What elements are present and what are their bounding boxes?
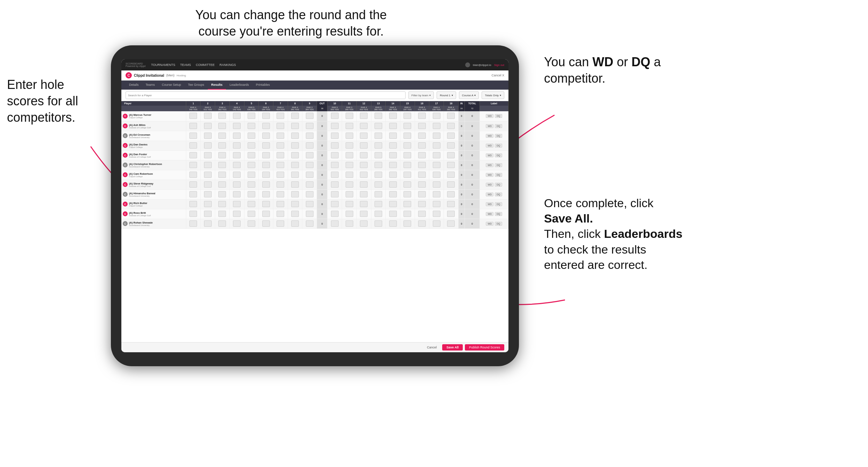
score-input-h8[interactable] bbox=[291, 162, 299, 168]
score-input-h4[interactable] bbox=[233, 142, 241, 149]
hole-18-cell[interactable] bbox=[444, 111, 458, 121]
hole-6-cell[interactable] bbox=[259, 170, 273, 180]
score-input-h16[interactable] bbox=[418, 152, 426, 158]
score-input-h18[interactable] bbox=[447, 152, 455, 158]
hole-6-cell[interactable] bbox=[259, 150, 273, 160]
score-input-h15[interactable] bbox=[403, 113, 411, 119]
score-input-h15[interactable] bbox=[403, 201, 411, 207]
hole-4-cell[interactable] bbox=[229, 219, 244, 228]
score-input-h8[interactable] bbox=[291, 152, 299, 158]
score-input-h7[interactable] bbox=[277, 133, 284, 139]
score-input-h7[interactable] bbox=[277, 162, 284, 168]
score-input-h6[interactable] bbox=[262, 162, 270, 168]
hole-5-cell[interactable] bbox=[244, 170, 259, 180]
score-input-h7[interactable] bbox=[277, 113, 284, 119]
score-input-h1[interactable] bbox=[189, 220, 197, 227]
hole-16-cell[interactable] bbox=[415, 209, 429, 219]
score-input-h9[interactable] bbox=[306, 152, 314, 158]
score-input-h18[interactable] bbox=[447, 142, 455, 149]
score-input-h12[interactable] bbox=[360, 152, 368, 158]
score-input-h12[interactable] bbox=[360, 133, 368, 139]
score-input-h9[interactable] bbox=[306, 133, 314, 139]
round-selector[interactable]: Round 1 ▾ bbox=[437, 91, 456, 99]
score-input-h2[interactable] bbox=[204, 123, 212, 129]
hole-15-cell[interactable] bbox=[400, 131, 415, 141]
score-input-h7[interactable] bbox=[277, 152, 284, 158]
dq-button[interactable]: DQ bbox=[495, 134, 502, 138]
score-input-h1[interactable] bbox=[189, 201, 197, 207]
score-input-h9[interactable] bbox=[306, 220, 314, 227]
score-input-h13[interactable] bbox=[375, 133, 382, 139]
hole-10-cell[interactable] bbox=[327, 180, 342, 189]
score-input-h10[interactable] bbox=[331, 113, 339, 119]
hole-18-cell[interactable] bbox=[444, 199, 458, 209]
hole-15-cell[interactable] bbox=[400, 180, 415, 189]
hole-11-cell[interactable] bbox=[342, 160, 357, 170]
score-input-h18[interactable] bbox=[447, 133, 455, 139]
hole-7-cell[interactable] bbox=[273, 170, 288, 180]
score-input-h10[interactable] bbox=[331, 220, 339, 227]
score-input-h16[interactable] bbox=[418, 181, 426, 188]
hole-8-cell[interactable] bbox=[288, 219, 302, 228]
wd-dq-cell[interactable]: WD DQ bbox=[480, 141, 508, 150]
score-input-h2[interactable] bbox=[204, 142, 212, 149]
score-input-h12[interactable] bbox=[360, 162, 368, 168]
score-input-h7[interactable] bbox=[277, 181, 284, 188]
hole-6-cell[interactable] bbox=[259, 111, 273, 121]
score-input-h2[interactable] bbox=[204, 191, 212, 197]
score-input-h8[interactable] bbox=[291, 191, 299, 197]
hole-15-cell[interactable] bbox=[400, 189, 415, 199]
hole-12-cell[interactable] bbox=[356, 121, 371, 131]
hole-14-cell[interactable] bbox=[386, 121, 400, 131]
score-input-h2[interactable] bbox=[204, 211, 212, 217]
hole-14-cell[interactable] bbox=[386, 180, 400, 189]
wd-button[interactable]: WD bbox=[486, 183, 493, 187]
cancel-header-btn[interactable]: Cancel X bbox=[491, 74, 504, 77]
hole-8-cell[interactable] bbox=[288, 160, 302, 170]
score-input-h9[interactable] bbox=[306, 123, 314, 129]
hole-9-cell[interactable] bbox=[302, 141, 317, 150]
hole-3-cell[interactable] bbox=[215, 111, 230, 121]
hole-1-cell[interactable] bbox=[186, 150, 201, 160]
hole-9-cell[interactable] bbox=[302, 131, 317, 141]
score-input-h5[interactable] bbox=[248, 191, 255, 197]
score-input-h11[interactable] bbox=[346, 123, 353, 129]
hole-9-cell[interactable] bbox=[302, 150, 317, 160]
hole-8-cell[interactable] bbox=[288, 131, 302, 141]
hole-13-cell[interactable] bbox=[371, 199, 386, 209]
score-input-h14[interactable] bbox=[389, 191, 397, 197]
score-input-h9[interactable] bbox=[306, 201, 314, 207]
search-input[interactable] bbox=[126, 91, 406, 99]
score-input-h13[interactable] bbox=[375, 142, 382, 149]
score-input-h4[interactable] bbox=[233, 211, 241, 217]
hole-1-cell[interactable] bbox=[186, 170, 201, 180]
hole-17-cell[interactable] bbox=[429, 199, 444, 209]
score-input-h14[interactable] bbox=[389, 211, 397, 217]
hole-8-cell[interactable] bbox=[288, 189, 302, 199]
hole-11-cell[interactable] bbox=[342, 111, 357, 121]
course-selector[interactable]: Course A ▾ bbox=[459, 91, 479, 99]
score-input-h14[interactable] bbox=[389, 152, 397, 158]
hole-3-cell[interactable] bbox=[215, 209, 230, 219]
hole-6-cell[interactable] bbox=[259, 180, 273, 189]
score-input-h10[interactable] bbox=[331, 181, 339, 188]
score-input-h3[interactable] bbox=[218, 172, 226, 178]
hole-3-cell[interactable] bbox=[215, 160, 230, 170]
hole-11-cell[interactable] bbox=[342, 219, 357, 228]
score-input-h4[interactable] bbox=[233, 152, 241, 158]
score-input-h13[interactable] bbox=[375, 172, 382, 178]
score-input-h16[interactable] bbox=[418, 113, 426, 119]
score-input-h2[interactable] bbox=[204, 113, 212, 119]
hole-17-cell[interactable] bbox=[429, 160, 444, 170]
score-input-h11[interactable] bbox=[346, 211, 353, 217]
score-input-h1[interactable] bbox=[189, 133, 197, 139]
hole-9-cell[interactable] bbox=[302, 160, 317, 170]
score-input-h6[interactable] bbox=[262, 172, 270, 178]
hole-1-cell[interactable] bbox=[186, 209, 201, 219]
hole-10-cell[interactable] bbox=[327, 199, 342, 209]
hole-17-cell[interactable] bbox=[429, 141, 444, 150]
hole-5-cell[interactable] bbox=[244, 111, 259, 121]
hole-17-cell[interactable] bbox=[429, 150, 444, 160]
hole-13-cell[interactable] bbox=[371, 209, 386, 219]
score-input-h17[interactable] bbox=[433, 152, 440, 158]
